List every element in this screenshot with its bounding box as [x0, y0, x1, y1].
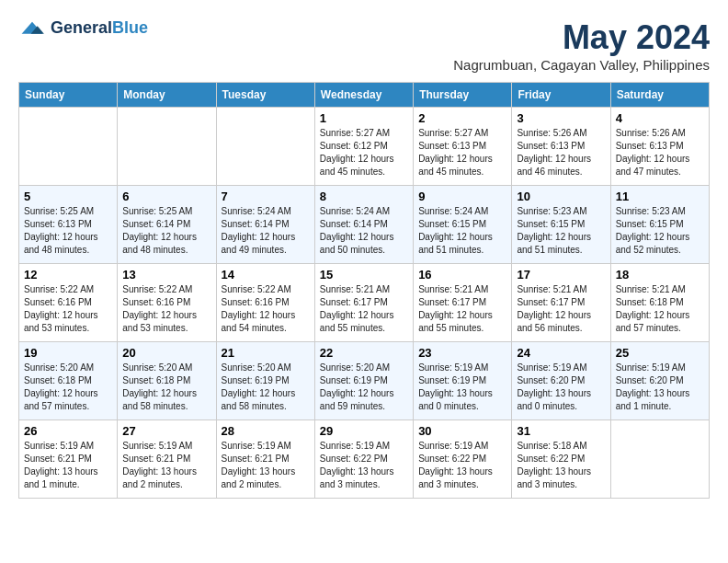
title-block: May 2024 Nagrumbuan, Cagayan Valley, Phi… [453, 18, 710, 73]
day-info: Sunrise: 5:23 AM Sunset: 6:15 PM Dayligh… [616, 205, 704, 257]
day-number: 22 [320, 346, 408, 360]
day-info: Sunrise: 5:23 AM Sunset: 6:15 PM Dayligh… [517, 205, 605, 257]
day-info: Sunrise: 5:27 AM Sunset: 6:12 PM Dayligh… [320, 127, 408, 178]
day-info: Sunrise: 5:22 AM Sunset: 6:16 PM Dayligh… [222, 283, 310, 335]
day-number: 20 [122, 346, 210, 360]
calendar-cell: 5Sunrise: 5:25 AM Sunset: 6:13 PM Daylig… [19, 186, 118, 264]
day-number: 13 [122, 268, 210, 282]
day-number: 11 [616, 190, 704, 203]
day-number: 18 [616, 268, 704, 282]
day-info: Sunrise: 5:20 AM Sunset: 6:18 PM Dayligh… [24, 362, 112, 413]
day-info: Sunrise: 5:25 AM Sunset: 6:14 PM Dayligh… [122, 205, 210, 257]
day-info: Sunrise: 5:24 AM Sunset: 6:14 PM Dayligh… [222, 205, 310, 257]
calendar-cell: 22Sunrise: 5:20 AM Sunset: 6:19 PM Dayli… [314, 342, 413, 420]
calendar-cell: 1Sunrise: 5:27 AM Sunset: 6:12 PM Daylig… [314, 108, 413, 186]
location: Nagrumbuan, Cagayan Valley, Philippines [453, 57, 710, 73]
day-info: Sunrise: 5:20 AM Sunset: 6:18 PM Dayligh… [122, 362, 210, 413]
day-info: Sunrise: 5:21 AM Sunset: 6:18 PM Dayligh… [616, 283, 704, 335]
calendar-cell: 2Sunrise: 5:27 AM Sunset: 6:13 PM Daylig… [414, 108, 512, 186]
day-number: 28 [222, 424, 310, 438]
day-info: Sunrise: 5:20 AM Sunset: 6:19 PM Dayligh… [320, 362, 408, 413]
day-number: 10 [517, 190, 605, 203]
day-number: 19 [24, 346, 112, 360]
calendar-cell: 10Sunrise: 5:23 AM Sunset: 6:15 PM Dayli… [512, 186, 610, 264]
day-number: 1 [320, 111, 408, 125]
day-info: Sunrise: 5:25 AM Sunset: 6:13 PM Dayligh… [24, 205, 112, 257]
day-info: Sunrise: 5:19 AM Sunset: 6:22 PM Dayligh… [418, 440, 506, 491]
weekday-header-thursday: Thursday [414, 83, 512, 108]
day-info: Sunrise: 5:20 AM Sunset: 6:19 PM Dayligh… [222, 362, 310, 413]
calendar-cell: 6Sunrise: 5:25 AM Sunset: 6:14 PM Daylig… [118, 186, 216, 264]
day-number: 8 [320, 190, 408, 203]
day-info: Sunrise: 5:26 AM Sunset: 6:13 PM Dayligh… [616, 127, 704, 178]
day-number: 24 [517, 346, 605, 360]
day-info: Sunrise: 5:19 AM Sunset: 6:20 PM Dayligh… [517, 362, 605, 413]
calendar-cell: 19Sunrise: 5:20 AM Sunset: 6:18 PM Dayli… [19, 342, 118, 420]
calendar-cell: 13Sunrise: 5:22 AM Sunset: 6:16 PM Dayli… [118, 264, 216, 342]
day-number: 14 [222, 268, 310, 282]
calendar-cell: 16Sunrise: 5:21 AM Sunset: 6:17 PM Dayli… [414, 264, 512, 342]
day-number: 30 [418, 424, 506, 438]
day-number: 9 [418, 190, 506, 203]
calendar-week-row: 5Sunrise: 5:25 AM Sunset: 6:13 PM Daylig… [19, 186, 710, 264]
day-info: Sunrise: 5:19 AM Sunset: 6:21 PM Dayligh… [24, 440, 112, 491]
page-header: GeneralBlue May 2024 Nagrumbuan, Cagayan… [18, 18, 710, 73]
calendar-cell: 26Sunrise: 5:19 AM Sunset: 6:21 PM Dayli… [19, 420, 118, 499]
calendar-cell: 7Sunrise: 5:24 AM Sunset: 6:14 PM Daylig… [216, 186, 314, 264]
logo: GeneralBlue [18, 18, 148, 38]
weekday-header-friday: Friday [512, 83, 610, 108]
calendar-week-row: 19Sunrise: 5:20 AM Sunset: 6:18 PM Dayli… [19, 342, 710, 420]
calendar-cell: 15Sunrise: 5:21 AM Sunset: 6:17 PM Dayli… [314, 264, 413, 342]
calendar-cell: 9Sunrise: 5:24 AM Sunset: 6:15 PM Daylig… [414, 186, 512, 264]
calendar-cell: 28Sunrise: 5:19 AM Sunset: 6:21 PM Dayli… [216, 420, 314, 499]
calendar-cell: 27Sunrise: 5:19 AM Sunset: 6:21 PM Dayli… [118, 420, 216, 499]
day-info: Sunrise: 5:21 AM Sunset: 6:17 PM Dayligh… [320, 283, 408, 335]
calendar-cell: 17Sunrise: 5:21 AM Sunset: 6:17 PM Dayli… [512, 264, 610, 342]
calendar-cell: 11Sunrise: 5:23 AM Sunset: 6:15 PM Dayli… [610, 186, 709, 264]
calendar-cell [610, 420, 709, 499]
day-info: Sunrise: 5:19 AM Sunset: 6:21 PM Dayligh… [122, 440, 210, 491]
calendar-cell: 23Sunrise: 5:19 AM Sunset: 6:19 PM Dayli… [414, 342, 512, 420]
calendar-cell: 24Sunrise: 5:19 AM Sunset: 6:20 PM Dayli… [512, 342, 610, 420]
day-info: Sunrise: 5:19 AM Sunset: 6:20 PM Dayligh… [616, 362, 704, 413]
day-number: 7 [222, 190, 310, 203]
calendar-cell [118, 108, 216, 186]
month-year: May 2024 [453, 18, 710, 57]
calendar-cell: 21Sunrise: 5:20 AM Sunset: 6:19 PM Dayli… [216, 342, 314, 420]
day-info: Sunrise: 5:26 AM Sunset: 6:13 PM Dayligh… [517, 127, 605, 178]
day-number: 3 [517, 111, 605, 125]
day-number: 4 [616, 111, 704, 125]
day-number: 23 [418, 346, 506, 360]
calendar-week-row: 1Sunrise: 5:27 AM Sunset: 6:12 PM Daylig… [19, 108, 710, 186]
day-number: 12 [24, 268, 112, 282]
weekday-header-tuesday: Tuesday [216, 83, 314, 108]
day-number: 26 [24, 424, 112, 438]
calendar-week-row: 26Sunrise: 5:19 AM Sunset: 6:21 PM Dayli… [19, 420, 710, 499]
logo-general: General [51, 18, 112, 37]
weekday-header-monday: Monday [118, 83, 216, 108]
day-number: 16 [418, 268, 506, 282]
weekday-header-wednesday: Wednesday [314, 83, 413, 108]
day-number: 15 [320, 268, 408, 282]
calendar-cell: 25Sunrise: 5:19 AM Sunset: 6:20 PM Dayli… [610, 342, 709, 420]
day-number: 17 [517, 268, 605, 282]
calendar-cell [216, 108, 314, 186]
day-info: Sunrise: 5:24 AM Sunset: 6:15 PM Dayligh… [418, 205, 506, 257]
day-number: 2 [418, 111, 506, 125]
day-number: 6 [122, 190, 210, 203]
calendar-cell: 18Sunrise: 5:21 AM Sunset: 6:18 PM Dayli… [610, 264, 709, 342]
day-number: 31 [517, 424, 605, 438]
calendar-cell: 20Sunrise: 5:20 AM Sunset: 6:18 PM Dayli… [118, 342, 216, 420]
day-info: Sunrise: 5:22 AM Sunset: 6:16 PM Dayligh… [122, 283, 210, 335]
logo-icon [18, 19, 46, 38]
day-number: 29 [320, 424, 408, 438]
calendar-cell: 4Sunrise: 5:26 AM Sunset: 6:13 PM Daylig… [610, 108, 709, 186]
day-info: Sunrise: 5:22 AM Sunset: 6:16 PM Dayligh… [24, 283, 112, 335]
day-info: Sunrise: 5:18 AM Sunset: 6:22 PM Dayligh… [517, 440, 605, 491]
calendar-cell: 3Sunrise: 5:26 AM Sunset: 6:13 PM Daylig… [512, 108, 610, 186]
calendar-cell: 30Sunrise: 5:19 AM Sunset: 6:22 PM Dayli… [414, 420, 512, 499]
day-info: Sunrise: 5:24 AM Sunset: 6:14 PM Dayligh… [320, 205, 408, 257]
calendar-cell: 31Sunrise: 5:18 AM Sunset: 6:22 PM Dayli… [512, 420, 610, 499]
day-info: Sunrise: 5:21 AM Sunset: 6:17 PM Dayligh… [418, 283, 506, 335]
calendar-cell: 8Sunrise: 5:24 AM Sunset: 6:14 PM Daylig… [314, 186, 413, 264]
